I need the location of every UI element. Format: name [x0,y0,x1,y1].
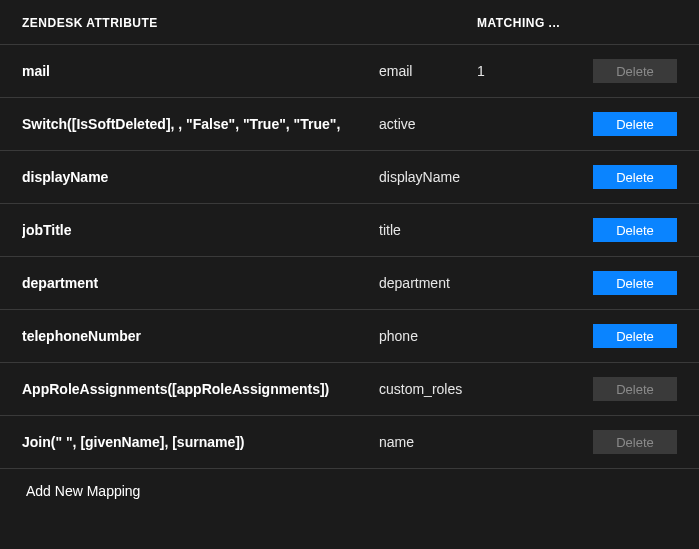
add-new-mapping-link[interactable]: Add New Mapping [26,483,140,499]
source-attribute: Join(" ", [givenName], [surname]) [22,434,379,450]
target-attribute: phone [379,328,477,344]
attribute-mapping-panel: { "columns": { "zendesk": "ZENDESK ATTRI… [0,0,699,549]
source-attribute: displayName [22,169,379,185]
delete-button[interactable]: Delete [593,324,677,348]
source-attribute: telephoneNumber [22,328,379,344]
table-row[interactable]: departmentdepartmentDelete [0,257,699,310]
delete-button[interactable]: Delete [593,165,677,189]
table-row[interactable]: displayNamedisplayNameDelete [0,151,699,204]
table-header: ZENDESK ATTRIBUTE MATCHING ... [0,0,699,45]
target-attribute: title [379,222,477,238]
table-row[interactable]: Join(" ", [givenName], [surname])nameDel… [0,416,699,469]
column-header-zendesk: ZENDESK ATTRIBUTE [22,16,379,30]
target-attribute: custom_roles [379,381,477,397]
column-header-matching: MATCHING ... [477,16,577,30]
mapping-table: ZENDESK ATTRIBUTE MATCHING ... mailemail… [0,0,699,513]
footer: Show advanced options [0,513,699,549]
target-attribute: email [379,63,477,79]
delete-button[interactable]: Delete [593,112,677,136]
source-attribute: AppRoleAssignments([appRoleAssignments]) [22,381,379,397]
target-attribute: name [379,434,477,450]
source-attribute: department [22,275,379,291]
target-attribute: active [379,116,477,132]
matching-value: 1 [477,63,577,79]
table-row[interactable]: telephoneNumberphoneDelete [0,310,699,363]
delete-button: Delete [593,430,677,454]
delete-button: Delete [593,59,677,83]
source-attribute: mail [22,63,379,79]
add-mapping-row[interactable]: Add New Mapping [0,469,699,513]
delete-button[interactable]: Delete [593,218,677,242]
source-attribute: jobTitle [22,222,379,238]
source-attribute: Switch([IsSoftDeleted], , "False", "True… [22,116,379,132]
table-row[interactable]: AppRoleAssignments([appRoleAssignments])… [0,363,699,416]
delete-button: Delete [593,377,677,401]
table-row[interactable]: mailemail1Delete [0,45,699,98]
table-row[interactable]: jobTitletitleDelete [0,204,699,257]
target-attribute: department [379,275,477,291]
target-attribute: displayName [379,169,477,185]
delete-button[interactable]: Delete [593,271,677,295]
table-row[interactable]: Switch([IsSoftDeleted], , "False", "True… [0,98,699,151]
